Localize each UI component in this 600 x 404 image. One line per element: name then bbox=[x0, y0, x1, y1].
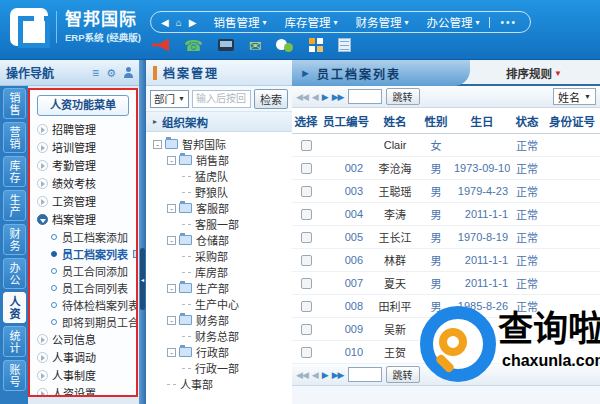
tree-node[interactable]: 野狼队 bbox=[150, 184, 292, 200]
department-dropdown[interactable]: 部门 ▼ bbox=[150, 90, 189, 108]
submenu-item-archive-add[interactable]: 员工档案添加 bbox=[30, 228, 136, 245]
tree-search-input[interactable] bbox=[192, 90, 251, 108]
tree-node[interactable]: 库房部 bbox=[150, 264, 292, 280]
panel-splitter[interactable]: ◂ bbox=[139, 60, 146, 404]
row-checkbox[interactable] bbox=[301, 186, 312, 197]
menu-item-personnel-policy[interactable]: 人事制度 bbox=[30, 366, 136, 384]
tree-collapse-icon[interactable]: - bbox=[167, 156, 176, 165]
last-page-icon[interactable]: ▶▶ bbox=[332, 370, 344, 380]
next-page-icon[interactable]: ▶ bbox=[322, 370, 328, 380]
row-checkbox[interactable] bbox=[301, 255, 312, 266]
sort-rule-button[interactable]: 排序规则 ▼ bbox=[506, 60, 562, 86]
prev-page-icon[interactable]: ◀ bbox=[312, 92, 318, 102]
tree-node[interactable]: - 客服部 bbox=[150, 200, 292, 216]
menu-item-company-info[interactable]: 公司信息 bbox=[30, 330, 136, 348]
folder-icon bbox=[179, 155, 192, 165]
tab-marketing[interactable]: 营销 bbox=[3, 122, 26, 153]
row-checkbox[interactable] bbox=[301, 324, 312, 335]
collapse-handle-icon[interactable]: ◂ bbox=[140, 248, 145, 310]
cell-status: 正常 bbox=[510, 137, 544, 153]
list-view-icon[interactable]: ≡ bbox=[92, 67, 99, 79]
menu-item-recruit[interactable]: 招聘管理 bbox=[30, 120, 136, 138]
submenu-item-contract-add[interactable]: 员工合同添加 bbox=[30, 262, 136, 279]
submenu-item-physical-exam-list[interactable]: 待体检档案列表 bbox=[30, 296, 136, 313]
jump-button[interactable]: 跳转 bbox=[386, 88, 420, 105]
nav-menu-finance[interactable]: 财务管理 ▾ bbox=[346, 14, 417, 30]
menu-item-performance[interactable]: 绩效考核 bbox=[30, 174, 136, 192]
tree-node[interactable]: - 仓储部 bbox=[150, 232, 292, 248]
tree-node[interactable]: 生产中心 bbox=[150, 296, 292, 312]
menu-item-archives[interactable]: 档案管理 bbox=[30, 210, 136, 228]
tab-account[interactable]: 账号 bbox=[3, 360, 26, 391]
row-checkbox[interactable] bbox=[301, 209, 312, 220]
document-icon[interactable] bbox=[338, 38, 351, 52]
first-page-icon[interactable]: ◀◀ bbox=[296, 370, 308, 380]
nav-menu-inventory[interactable]: 库存管理 ▾ bbox=[275, 14, 346, 30]
tree-collapse-icon[interactable]: - bbox=[167, 204, 176, 213]
tree-node[interactable]: 采购部 bbox=[150, 248, 292, 264]
apps-grid-icon[interactable] bbox=[309, 38, 315, 44]
tab-hr[interactable]: 人资 bbox=[3, 292, 26, 323]
menu-item-training[interactable]: 培训管理 bbox=[30, 138, 136, 156]
jump-button[interactable]: 跳转 bbox=[386, 366, 420, 383]
row-checkbox[interactable] bbox=[301, 347, 312, 358]
tree-collapse-icon[interactable]: - bbox=[167, 284, 176, 293]
tab-office[interactable]: 办公 bbox=[3, 258, 26, 289]
tab-finance[interactable]: 财务 bbox=[3, 224, 26, 255]
tree-node[interactable]: 人事部 bbox=[150, 376, 292, 392]
nav-back-icon[interactable]: ◀ bbox=[161, 17, 169, 28]
page-number-input[interactable] bbox=[348, 89, 382, 104]
tree-node[interactable]: - 生产部 bbox=[150, 280, 292, 296]
prev-page-icon[interactable]: ◀ bbox=[312, 370, 318, 380]
page-number-input[interactable] bbox=[348, 367, 382, 382]
last-page-icon[interactable]: ▶▶ bbox=[332, 92, 344, 102]
tree-node[interactable]: 客服一部 bbox=[150, 216, 292, 232]
tree-node[interactable]: 行政一部 bbox=[150, 360, 292, 376]
megaphone-icon[interactable] bbox=[152, 39, 169, 52]
tree-collapse-icon[interactable]: - bbox=[167, 236, 176, 245]
tab-sales[interactable]: 销售 bbox=[3, 88, 26, 119]
tree-node[interactable]: - 行政部 bbox=[150, 344, 292, 360]
search-button[interactable]: 检索 bbox=[254, 89, 288, 109]
user-icon[interactable] bbox=[123, 67, 133, 78]
wrench-icon[interactable]: ⚙ bbox=[106, 67, 116, 79]
sort-field-dropdown[interactable]: 姓名 ▼ bbox=[553, 88, 596, 105]
menu-item-hr-settings[interactable]: 人资设置 bbox=[30, 384, 136, 397]
tab-production[interactable]: 生产 bbox=[3, 190, 26, 221]
nav-menu-office[interactable]: 办公管理 ▾ bbox=[418, 14, 489, 30]
nav-more-button[interactable]: ••• bbox=[489, 17, 529, 28]
tree-node[interactable]: 财务总部 bbox=[150, 328, 292, 344]
next-page-icon[interactable]: ▶ bbox=[322, 92, 328, 102]
phone-icon[interactable]: ☎ bbox=[184, 39, 203, 52]
tree-collapse-icon[interactable]: - bbox=[167, 316, 176, 325]
nav-forward-icon[interactable]: ▶ bbox=[189, 17, 197, 28]
menu-item-salary[interactable]: 工资管理 bbox=[30, 192, 136, 210]
nav-home-icon[interactable]: ⌂ bbox=[176, 17, 182, 28]
nav-menu-sales[interactable]: 销售管理 ▾ bbox=[204, 14, 275, 30]
tree-collapse-icon[interactable]: - bbox=[153, 140, 162, 149]
row-checkbox[interactable] bbox=[301, 163, 312, 174]
tree-node[interactable]: - 财务部 bbox=[150, 312, 292, 328]
laptop-icon[interactable] bbox=[218, 39, 234, 51]
row-checkbox[interactable] bbox=[301, 140, 312, 151]
menu-item-attendance[interactable]: 考勤管理 bbox=[30, 156, 136, 174]
menu-item-personnel-transfer[interactable]: 人事调动 bbox=[30, 348, 136, 366]
chat-icon[interactable] bbox=[276, 39, 294, 52]
tree-node[interactable]: - 销售部 bbox=[150, 152, 292, 168]
tab-statistics[interactable]: 统计 bbox=[3, 326, 26, 357]
org-structure-header[interactable]: ▸ 组织架构 bbox=[146, 112, 292, 132]
hr-function-menu-button[interactable]: 人资功能菜单 bbox=[37, 95, 129, 116]
row-checkbox[interactable] bbox=[301, 232, 312, 243]
submenu-item-contract-list[interactable]: 员工合同列表 bbox=[30, 279, 136, 296]
tab-inventory[interactable]: 库存 bbox=[3, 156, 26, 187]
col-select: 选择 bbox=[292, 113, 320, 129]
mail-icon[interactable]: ✉ bbox=[249, 39, 262, 52]
tree-node-root[interactable]: - 智邦国际 bbox=[150, 136, 292, 152]
tree-node[interactable]: 猛虎队 bbox=[150, 168, 292, 184]
first-page-icon[interactable]: ◀◀ bbox=[296, 92, 308, 102]
row-checkbox[interactable] bbox=[301, 278, 312, 289]
submenu-item-archive-list[interactable]: 员工档案列表 bbox=[30, 245, 136, 262]
tree-collapse-icon[interactable]: - bbox=[167, 348, 176, 357]
submenu-item-expiring-contracts[interactable]: 即将到期员工合同 bbox=[30, 313, 136, 330]
row-checkbox[interactable] bbox=[301, 301, 312, 312]
